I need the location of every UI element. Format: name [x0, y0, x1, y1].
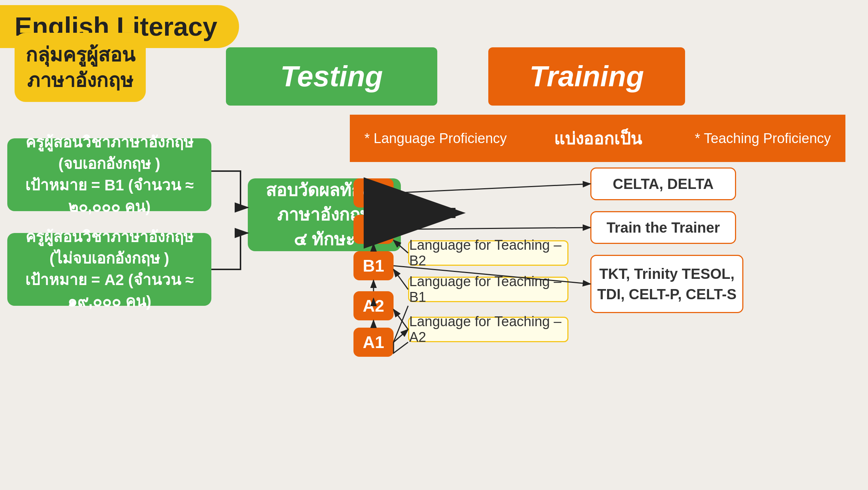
page-container: English Literacy กลุ่มครูผู้สอนภาษาอังกฤ…	[0, 0, 868, 490]
right-trainer-label: Train the Trainer	[606, 217, 720, 238]
testing-label: Testing	[280, 60, 383, 93]
teacher-group-label: กลุ่มครูผู้สอนภาษาอังกฤษ	[26, 42, 135, 93]
level-a1-label: A1	[363, 332, 384, 352]
orange-band: * Language Proficiency แบ่งออกเป็น * Tea…	[350, 115, 845, 162]
training-label: Training	[529, 60, 644, 93]
right-trainer-box: Train the Trainer	[590, 211, 736, 244]
right-celta-box: CELTA, DELTA	[590, 167, 736, 200]
orange-band-right: * Teaching Proficiency	[675, 131, 845, 146]
level-b1-label: B1	[363, 256, 384, 276]
right-tkt-box: TKT, Trinity TESOL,TDI, CELT-P, CELT-S	[590, 255, 743, 313]
level-c1-label: C1	[363, 183, 384, 203]
teach-b2-box: Language for Teaching – B2	[408, 240, 568, 266]
right-tkt-label: TKT, Trinity TESOL,TDI, CELT-P, CELT-S	[597, 264, 736, 304]
level-a2-box: A2	[353, 291, 394, 320]
teach-b1-box: Language for Teaching – B1	[408, 277, 568, 302]
teaching-proficiency-label: * Teaching Proficiency	[695, 131, 831, 146]
teach-b2-label: Language for Teaching – B2	[409, 237, 567, 269]
orange-band-left: * Language Proficiency	[350, 131, 520, 146]
level-a1-box: A1	[353, 328, 394, 357]
teach-b1-label: Language for Teaching – B1	[409, 274, 567, 305]
level-b1-box: B1	[353, 251, 394, 280]
right-celta-label: CELTA, DELTA	[613, 174, 714, 194]
level-a2-label: A2	[363, 296, 384, 316]
level-b2-label: B2	[363, 220, 384, 239]
teacher-box-1-label: ครูผู้สอนวิชาภาษาอังกฤษ(จบเอกอังกฤษ )เป้…	[7, 132, 211, 217]
teacher-group-box: กลุ่มครูผู้สอนภาษาอังกฤษ	[15, 33, 146, 102]
teacher-box-1: ครูผู้สอนวิชาภาษาอังกฤษ(จบเอกอังกฤษ )เป้…	[7, 138, 211, 211]
teach-a2-box: Language for Teaching – A2	[408, 317, 568, 342]
teacher-box-2: ครูผู้สอนวิชาภาษาอังกฤษ(ไม่จบเอกอังกฤษ )…	[7, 233, 211, 306]
band-title: แบ่งออกเป็น	[554, 129, 642, 148]
teacher-box-2-label: ครูผู้สอนวิชาภาษาอังกฤษ(ไม่จบเอกอังกฤษ )…	[7, 226, 211, 312]
level-b2-box: B2	[353, 215, 394, 244]
teach-a2-label: Language for Teaching – A2	[409, 314, 567, 345]
level-c1-box: C1	[353, 178, 394, 208]
testing-box: Testing	[226, 47, 437, 106]
orange-band-center: แบ่งออกเป็น	[520, 125, 676, 152]
language-proficiency-label: * Language Proficiency	[364, 131, 507, 146]
training-box: Training	[488, 47, 685, 106]
